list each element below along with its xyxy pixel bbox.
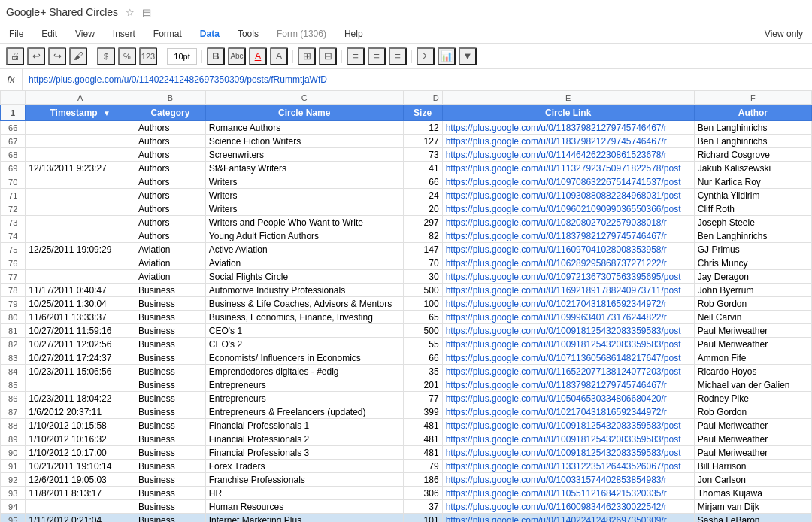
cell-link[interactable]: https://plus.google.com/u/0/102170431816… bbox=[442, 405, 694, 419]
cell-link[interactable]: https://plus.google.com/u/0/102170431816… bbox=[442, 297, 694, 311]
undo-btn[interactable]: ↩ bbox=[27, 47, 45, 65]
circle-link[interactable]: https://plus.google.com/u/0/109708632267… bbox=[446, 177, 681, 187]
cell-author[interactable]: Rodney Pike bbox=[694, 392, 811, 405]
cell-link[interactable]: https://plus.google.com/u/0/100918125432… bbox=[442, 446, 694, 460]
cell-author[interactable]: Paul Meriweather bbox=[694, 446, 811, 460]
cell-author[interactable]: Nur Karlica Roy bbox=[694, 175, 811, 189]
cell-circlename[interactable]: HR bbox=[205, 487, 403, 500]
circle-link[interactable]: https://plus.google.com/u/0/100918125432… bbox=[446, 434, 681, 445]
cell-author[interactable]: Chris Muncy bbox=[694, 256, 811, 270]
formula-input[interactable] bbox=[23, 74, 812, 85]
cell-author[interactable]: Mirjam van Dijk bbox=[694, 500, 811, 514]
cell-timestamp[interactable]: 1/11/2012 0:21:04 bbox=[26, 514, 135, 523]
cell-circlename[interactable]: Business, Economics, Finance, Investing bbox=[205, 311, 403, 324]
circle-link[interactable]: https://plus.google.com/u/0/102170431816… bbox=[446, 299, 667, 309]
circle-link[interactable]: https://plus.google.com/u/0/102170431816… bbox=[446, 407, 667, 417]
cell-author[interactable]: Paul Meriweather bbox=[694, 324, 811, 338]
circle-link[interactable]: https://plus.google.com/u/0/116009834462… bbox=[446, 502, 667, 512]
cell-circlename[interactable]: Science Fiction Writers bbox=[205, 135, 403, 148]
circle-link[interactable]: https://plus.google.com/u/0/108208027022… bbox=[446, 217, 667, 228]
cell-category[interactable]: Authors bbox=[135, 229, 206, 243]
circle-link[interactable]: https://plus.google.com/u/0/100918125432… bbox=[446, 339, 681, 350]
cell-link[interactable]: https://plus.google.com/u/0/114022412482… bbox=[442, 514, 694, 523]
circle-link[interactable]: https://plus.google.com/u/0/116097041028… bbox=[446, 244, 667, 255]
cell-size[interactable]: 481 bbox=[403, 432, 442, 446]
col-header-a[interactable]: A bbox=[26, 91, 135, 105]
cell-circlename[interactable]: Internet Marketing Plus bbox=[205, 514, 403, 523]
align-center-btn[interactable]: ≡ bbox=[368, 47, 386, 65]
cell-category[interactable]: Business bbox=[135, 432, 206, 446]
header-circlename[interactable]: Circle Name bbox=[205, 105, 403, 121]
cell-circlename[interactable]: Writers and People Who Want to Write bbox=[205, 216, 403, 229]
cell-circlename[interactable]: CEO's 1 bbox=[205, 324, 403, 338]
chart-btn[interactable]: 📊 bbox=[438, 47, 456, 65]
cell-author[interactable]: Jon Carlson bbox=[694, 473, 811, 487]
col-header-e[interactable]: E bbox=[442, 91, 694, 105]
col-header-d[interactable]: D bbox=[403, 91, 442, 105]
cell-circlename[interactable]: Writers bbox=[205, 189, 403, 202]
cell-circlename[interactable]: Sf&Fantasy Writers bbox=[205, 162, 403, 175]
header-author[interactable]: Author bbox=[694, 105, 811, 121]
circle-link[interactable]: https://plus.google.com/u/0/118379821279… bbox=[446, 231, 667, 241]
cell-link[interactable]: https://plus.google.com/u/0/106289295868… bbox=[442, 256, 694, 270]
menu-edit[interactable]: Edit bbox=[38, 27, 60, 41]
circle-link[interactable]: https://plus.google.com/u/0/109996340173… bbox=[446, 312, 667, 323]
cell-category[interactable]: Business bbox=[135, 487, 206, 500]
cell-category[interactable]: Business bbox=[135, 419, 206, 432]
cell-timestamp[interactable]: 11/8/2011 8:13:17 bbox=[26, 487, 135, 500]
cell-size[interactable]: 306 bbox=[403, 487, 442, 500]
cell-category[interactable]: Authors bbox=[135, 202, 206, 216]
cell-category[interactable]: Business bbox=[135, 365, 206, 378]
cell-circlename[interactable]: Active Aviation bbox=[205, 243, 403, 256]
cell-link[interactable]: https://plus.google.com/u/0/109602109099… bbox=[442, 202, 694, 216]
cell-author[interactable]: Neil Carvin bbox=[694, 311, 811, 324]
cell-circlename[interactable]: Screenwriters bbox=[205, 148, 403, 162]
cell-size[interactable]: 481 bbox=[403, 446, 442, 460]
circle-link[interactable]: https://plus.google.com/u/0/110551121684… bbox=[446, 488, 667, 499]
cell-link[interactable]: https://plus.google.com/u/0/109721367307… bbox=[442, 270, 694, 284]
cell-size[interactable]: 500 bbox=[403, 284, 442, 297]
cell-category[interactable]: Aviation bbox=[135, 243, 206, 256]
abc-btn[interactable]: Abc bbox=[228, 47, 246, 65]
cell-timestamp[interactable]: 1/10/2012 10:17:00 bbox=[26, 446, 135, 460]
cell-link[interactable]: https://plus.google.com/u/0/100918125432… bbox=[442, 419, 694, 432]
cell-size[interactable]: 77 bbox=[403, 392, 442, 405]
cell-timestamp[interactable]: 10/27/2011 17:24:37 bbox=[26, 351, 135, 365]
circle-link[interactable]: https://plus.google.com/u/0/109721367307… bbox=[446, 272, 681, 282]
circle-link[interactable]: https://plus.google.com/u/0/100918125432… bbox=[446, 326, 681, 336]
cell-timestamp[interactable] bbox=[26, 229, 135, 243]
cell-size[interactable]: 20 bbox=[403, 202, 442, 216]
cell-link[interactable]: https://plus.google.com/u/0/100918125432… bbox=[442, 432, 694, 446]
cell-author[interactable]: Sasha LeBaron bbox=[694, 514, 811, 523]
cell-link[interactable]: https://plus.google.com/u/0/100918125432… bbox=[442, 324, 694, 338]
circle-link[interactable]: https://plus.google.com/u/0/116522077138… bbox=[446, 366, 681, 377]
menu-viewonly[interactable]: View only bbox=[762, 27, 806, 41]
cell-author[interactable]: Richard Cosgrove bbox=[694, 148, 811, 162]
cell-link[interactable]: https://plus.google.com/u/0/116921891788… bbox=[442, 284, 694, 297]
circle-link[interactable]: https://plus.google.com/u/0/100918125432… bbox=[446, 448, 681, 458]
cell-author[interactable]: Ricardo Hoyos bbox=[694, 365, 811, 378]
menu-form[interactable]: Form (1306) bbox=[274, 27, 329, 41]
cell-size[interactable]: 30 bbox=[403, 270, 442, 284]
cell-category[interactable]: Authors bbox=[135, 189, 206, 202]
cell-link[interactable]: https://plus.google.com/u/0/100918125432… bbox=[442, 338, 694, 351]
cell-category[interactable]: Authors bbox=[135, 175, 206, 189]
header-circlelink[interactable]: Circle Link bbox=[442, 105, 694, 121]
cell-link[interactable]: https://plus.google.com/u/0/116522077138… bbox=[442, 365, 694, 378]
cell-circlename[interactable]: Financial Professionals 3 bbox=[205, 446, 403, 460]
cell-author[interactable]: Ben Langhinrichs bbox=[694, 229, 811, 243]
cell-category[interactable]: Business bbox=[135, 405, 206, 419]
cell-author[interactable]: GJ Primus bbox=[694, 243, 811, 256]
font-size-input[interactable] bbox=[167, 48, 197, 65]
circle-link[interactable]: https://plus.google.com/u/0/109602109099… bbox=[446, 204, 681, 214]
cell-circlename[interactable]: Writers bbox=[205, 175, 403, 189]
circle-link[interactable]: https://plus.google.com/u/0/118379821279… bbox=[446, 136, 667, 147]
cell-link[interactable]: https://plus.google.com/u/0/116009834462… bbox=[442, 500, 694, 514]
paint-format-btn[interactable]: 🖌 bbox=[69, 47, 87, 65]
cell-timestamp[interactable]: 12/13/2011 9:23:27 bbox=[26, 162, 135, 175]
cell-size[interactable]: 201 bbox=[403, 378, 442, 392]
cell-timestamp[interactable]: 1/10/2012 10:16:32 bbox=[26, 432, 135, 446]
cell-circlename[interactable]: Franchise Professionals bbox=[205, 473, 403, 487]
cell-category[interactable]: Business bbox=[135, 514, 206, 523]
cell-category[interactable]: Business bbox=[135, 297, 206, 311]
